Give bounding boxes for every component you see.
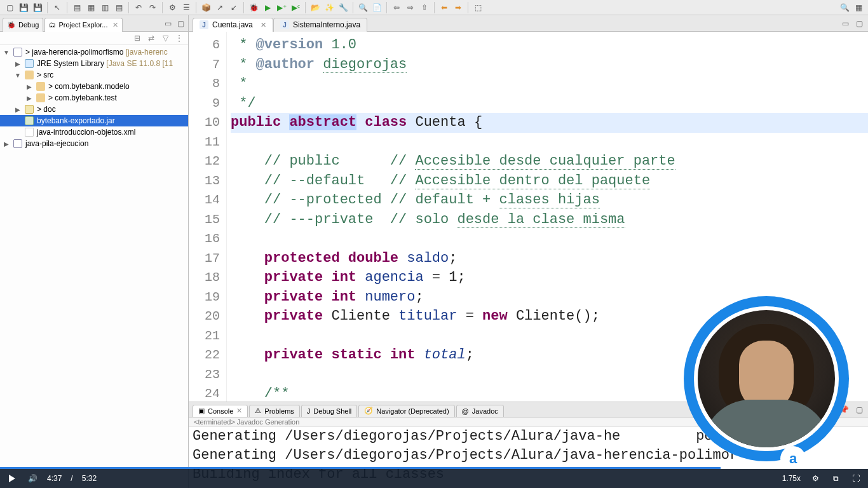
grid-icon[interactable]: ▦	[85, 2, 97, 13]
coverage-icon[interactable]: ▶ᶜ	[290, 2, 301, 13]
code-line	[231, 229, 868, 249]
bottom-tab-javadoc[interactable]: @Javadoc	[456, 405, 504, 417]
line-number: 18	[189, 268, 226, 288]
code-line: */	[231, 94, 868, 114]
display-menu-icon[interactable]: ▢	[854, 405, 864, 415]
line-number: 19	[189, 288, 226, 308]
forward-icon[interactable]: ➡	[452, 2, 464, 13]
package-icon	[36, 93, 46, 103]
toolbar-separator	[196, 2, 196, 13]
minimize-icon[interactable]: ▭	[840, 18, 850, 29]
side-panel: 🐞 Debug 🗂 Project Explor... ✕ ▭ ▢ ⊟ ⇄ ▽ …	[0, 15, 189, 488]
fullscreen-icon[interactable]: ⛶	[850, 473, 862, 484]
volume-icon[interactable]: 🔊	[27, 473, 38, 484]
line-number: 11	[189, 133, 226, 152]
cursor-icon[interactable]: ↖	[51, 2, 63, 13]
search-icon[interactable]: 🔍	[357, 2, 369, 13]
back-icon[interactable]: ⬅	[438, 2, 450, 13]
quick-search-icon[interactable]: 🔍	[839, 2, 850, 13]
maximize-icon[interactable]: ▢	[854, 18, 864, 29]
new-window-icon[interactable]: ⬚	[472, 2, 484, 13]
tree-node[interactable]: ▼> java-herencia-polimorfismo [java-here…	[0, 46, 188, 58]
twistie-icon[interactable]: ▶	[14, 106, 22, 113]
tab-debug[interactable]: 🐞 Debug	[3, 18, 43, 32]
filter-icon[interactable]: ▽	[160, 33, 170, 43]
bottom-tab-debug-shell[interactable]: JDebug Shell	[301, 405, 357, 417]
javadoc-icon: @	[462, 407, 469, 415]
java-file-icon: J	[280, 20, 289, 29]
editor-tab[interactable]: JCuenta.java✕	[193, 18, 273, 32]
minimize-icon[interactable]: ▭	[163, 18, 173, 29]
run-config-icon[interactable]: ▶⁺	[276, 2, 287, 13]
bottom-tab-label: Console	[208, 407, 233, 415]
settings-icon[interactable]: ⚙	[810, 473, 821, 484]
project-icon	[13, 47, 23, 57]
time-sep: /	[71, 474, 72, 483]
toolbar-separator	[128, 2, 129, 13]
undo-icon[interactable]: ↶	[133, 2, 144, 13]
tool-icon[interactable]: ⚙	[166, 2, 178, 13]
save-all-icon[interactable]: 💾	[32, 2, 43, 13]
align-icon[interactable]: ▤	[113, 2, 125, 13]
line-number: 10	[189, 113, 226, 133]
tree-node[interactable]: java-introduccion-objetos.xml	[0, 126, 188, 138]
collapse-all-icon[interactable]: ⊟	[132, 33, 142, 43]
line-number: 16	[189, 229, 226, 249]
view-menu-icon[interactable]: ⋮	[174, 33, 184, 43]
twistie-icon[interactable]: ▶	[14, 60, 22, 67]
maximize-icon[interactable]: ▢	[175, 18, 186, 29]
twistie-icon[interactable]: ▶	[25, 95, 33, 102]
folder-icon	[24, 104, 34, 114]
project-tree[interactable]: ▼> java-herencia-polimorfismo [java-here…	[0, 45, 188, 488]
tree-node[interactable]: ▶> com.bytebank.test	[0, 92, 188, 104]
nav-prev-icon[interactable]: ⇦	[391, 2, 402, 13]
link-editor-icon[interactable]: ⇄	[146, 33, 156, 43]
perspective-switch-icon[interactable]: ▦	[853, 2, 864, 13]
tab-project-explorer[interactable]: 🗂 Project Explor... ✕	[44, 18, 123, 32]
tree-node[interactable]: ▶java-pila-ejecucion	[0, 138, 188, 149]
tree-node[interactable]: ▶JRE System Library [Java SE 11.0.8 [11	[0, 58, 188, 69]
package-icon[interactable]: 📦	[200, 2, 212, 13]
filter-icon[interactable]: 📄	[371, 2, 383, 13]
save-icon[interactable]: 💾	[18, 2, 29, 13]
open-type-icon[interactable]: 📂	[309, 2, 321, 13]
in-icon[interactable]: ↙	[228, 2, 240, 13]
tree-node[interactable]: ▶> com.bytebank.modelo	[0, 81, 188, 92]
close-icon[interactable]: ✕	[236, 407, 242, 415]
progress-track[interactable]	[0, 467, 868, 469]
playback-speed[interactable]: 1.75x	[782, 474, 801, 483]
play-button[interactable]	[6, 473, 18, 484]
toolbar-separator	[434, 2, 435, 13]
tree-node[interactable]: bytebank-exportado.jar	[0, 115, 188, 126]
bug-icon: 🐞	[7, 21, 16, 29]
wand-icon[interactable]: ✨	[323, 2, 335, 13]
toolbar-separator	[162, 2, 163, 13]
pip-icon[interactable]: ⧉	[830, 473, 841, 484]
run-icon[interactable]: ▶	[262, 2, 273, 13]
open-task-icon[interactable]: 🔧	[337, 2, 349, 13]
nav-next-icon[interactable]: ⇨	[405, 2, 416, 13]
bottom-tab-console[interactable]: ▣Console ✕	[193, 405, 248, 417]
bottom-tab-problems[interactable]: ⚠Problems	[249, 405, 299, 417]
toolbar-separator	[67, 2, 67, 13]
twistie-icon[interactable]: ▶	[3, 140, 10, 147]
new-icon[interactable]: ▢	[4, 2, 15, 13]
tree-node[interactable]: ▼> src	[0, 69, 188, 81]
build-icon[interactable]: ▤	[71, 2, 83, 13]
twistie-icon[interactable]: ▼	[3, 49, 10, 56]
bottom-tab-navigator[interactable]: 🧭Navigator (Deprecated)	[358, 405, 454, 417]
twistie-icon[interactable]: ▶	[25, 83, 33, 90]
close-icon[interactable]: ✕	[112, 21, 118, 29]
tab-label: Debug	[18, 21, 39, 29]
layout-icon[interactable]: ▥	[99, 2, 111, 13]
nav-up-icon[interactable]: ⇧	[419, 2, 430, 13]
tree-label: java-pila-ejecucion	[25, 139, 88, 148]
debug-icon[interactable]: 🐞	[248, 2, 259, 13]
tool-icon[interactable]: ☰	[180, 2, 192, 13]
redo-icon[interactable]: ↷	[147, 2, 158, 13]
out-icon[interactable]: ↗	[214, 2, 226, 13]
editor-tab[interactable]: JSistemaInterno.java	[273, 18, 367, 32]
twistie-icon[interactable]: ▼	[14, 72, 22, 79]
tree-node[interactable]: ▶> doc	[0, 104, 188, 115]
close-icon[interactable]: ✕	[261, 21, 266, 29]
